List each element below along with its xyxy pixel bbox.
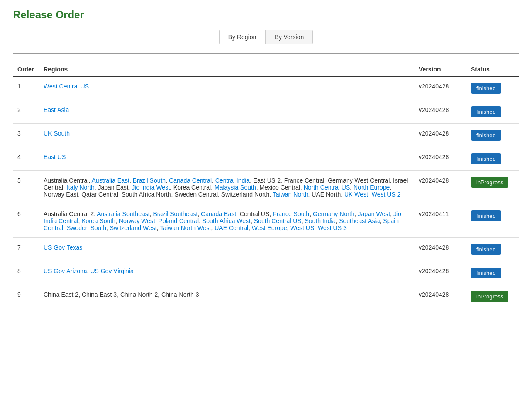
region-link[interactable]: West Central US <box>44 83 89 90</box>
region-link[interactable]: France South <box>273 210 309 217</box>
cell-regions: China East 2, China East 3, China North … <box>39 285 414 308</box>
region-link[interactable]: Poland Central <box>159 217 199 224</box>
cell-regions: East US <box>39 147 414 171</box>
table-row: 9China East 2, China East 3, China North… <box>13 285 519 308</box>
region-link[interactable]: Germany North <box>313 210 355 217</box>
region-link[interactable]: Korea South <box>81 217 115 224</box>
cell-order: 9 <box>13 285 39 308</box>
cell-status: inProgress <box>467 171 519 204</box>
region-link[interactable]: Brazil Southeast <box>153 210 197 217</box>
cell-version: v20240428 <box>414 238 467 261</box>
cell-status: finished <box>467 147 519 171</box>
region-link[interactable]: North Europe <box>353 184 390 191</box>
tab-by-region[interactable]: By Region <box>219 30 266 44</box>
region-link[interactable]: Jio India West <box>132 184 170 191</box>
region-link[interactable]: Canada Central <box>169 177 212 184</box>
cell-version: v20240428 <box>414 100 467 124</box>
table-row: 2East Asiav20240428finished <box>13 100 519 124</box>
cell-version: v20240428 <box>414 147 467 171</box>
cell-regions: Australia Central 2, Australia Southeast… <box>39 204 414 238</box>
tab-bar: By Region By Version <box>13 30 519 44</box>
cell-regions: US Gov Texas <box>39 238 414 261</box>
status-badge: finished <box>471 210 501 221</box>
cell-status: finished <box>467 77 519 100</box>
col-version: Version <box>414 62 467 77</box>
region-link[interactable]: West US <box>290 224 314 231</box>
cell-status: finished <box>467 261 519 285</box>
region-link[interactable]: US Gov Arizona <box>44 268 87 274</box>
table-row: 1West Central USv20240428finished <box>13 77 519 100</box>
region-link[interactable]: Central India <box>215 177 250 184</box>
divider <box>13 53 519 54</box>
cell-regions: East Asia <box>39 100 414 124</box>
cell-version: v20240411 <box>414 204 467 238</box>
region-link[interactable]: Malaysia South <box>214 184 256 191</box>
cell-order: 3 <box>13 124 39 147</box>
table-row: 8US Gov Arizona, US Gov Virginiav2024042… <box>13 261 519 285</box>
region-link[interactable]: Taiwan North West <box>160 224 211 231</box>
tab-by-version[interactable]: By Version <box>265 30 313 44</box>
region-link[interactable]: West Europe <box>252 224 287 231</box>
region-link[interactable]: US Gov Texas <box>44 244 82 251</box>
region-link[interactable]: Australia East <box>92 177 129 184</box>
release-order-table: Order Regions Version Status 1West Centr… <box>13 62 519 308</box>
cell-status: finished <box>467 238 519 261</box>
cell-regions: UK South <box>39 124 414 147</box>
region-link[interactable]: Australia Southeast <box>97 210 149 217</box>
cell-order: 2 <box>13 100 39 124</box>
cell-order: 6 <box>13 204 39 238</box>
status-badge: finished <box>471 244 501 255</box>
cell-regions: West Central US <box>39 77 414 100</box>
cell-version: v20240428 <box>414 124 467 147</box>
region-link[interactable]: South Central US <box>254 217 302 224</box>
cell-status: finished <box>467 204 519 238</box>
table-row: 4East USv20240428finished <box>13 147 519 171</box>
region-link[interactable]: South Africa West <box>202 217 251 224</box>
region-link[interactable]: UK South <box>44 130 70 137</box>
cell-version: v20240428 <box>414 261 467 285</box>
status-badge: finished <box>471 106 501 117</box>
table-row: 3UK Southv20240428finished <box>13 124 519 147</box>
region-link[interactable]: Southeast Asia <box>339 217 380 224</box>
cell-regions: US Gov Arizona, US Gov Virginia <box>39 261 414 285</box>
col-status: Status <box>467 62 519 77</box>
col-order: Order <box>13 62 39 77</box>
region-link[interactable]: Switzerland West <box>110 224 157 231</box>
table-row: 5Australia Central, Australia East, Braz… <box>13 171 519 204</box>
region-link[interactable]: Sweden South <box>67 224 106 231</box>
status-badge: finished <box>471 130 501 141</box>
cell-version: v20240428 <box>414 77 467 100</box>
region-link[interactable]: UAE Central <box>214 224 248 231</box>
region-link[interactable]: Taiwan North <box>273 191 308 198</box>
cell-status: finished <box>467 100 519 124</box>
cell-order: 7 <box>13 238 39 261</box>
region-link[interactable]: East US <box>44 153 66 160</box>
region-link[interactable]: Italy North <box>67 184 95 191</box>
status-badge: finished <box>471 153 501 164</box>
status-badge: inProgress <box>471 291 508 302</box>
cell-version: v20240428 <box>414 171 467 204</box>
cell-status: finished <box>467 124 519 147</box>
cell-order: 4 <box>13 147 39 171</box>
status-badge: finished <box>471 83 501 94</box>
region-link[interactable]: Brazil South <box>133 177 166 184</box>
region-link[interactable]: UK West <box>344 191 368 198</box>
region-link[interactable]: Japan West <box>358 210 390 217</box>
table-row: 6Australia Central 2, Australia Southeas… <box>13 204 519 238</box>
region-link[interactable]: Canada East <box>201 210 236 217</box>
region-link[interactable]: West US 2 <box>372 191 401 198</box>
cell-version: v20240428 <box>414 285 467 308</box>
table-row: 7US Gov Texasv20240428finished <box>13 238 519 261</box>
region-link[interactable]: South India <box>305 217 336 224</box>
region-link[interactable]: East Asia <box>44 106 69 113</box>
region-link[interactable]: Norway West <box>119 217 155 224</box>
cell-order: 1 <box>13 77 39 100</box>
region-link[interactable]: US Gov Virginia <box>90 268 133 274</box>
page-title: Release Order <box>13 9 519 21</box>
cell-order: 8 <box>13 261 39 285</box>
cell-status: inProgress <box>467 285 519 308</box>
region-link[interactable]: North Central US <box>304 184 350 191</box>
cell-regions: Australia Central, Australia East, Brazi… <box>39 171 414 204</box>
region-link[interactable]: West US 3 <box>318 224 347 231</box>
col-regions: Regions <box>39 62 414 77</box>
